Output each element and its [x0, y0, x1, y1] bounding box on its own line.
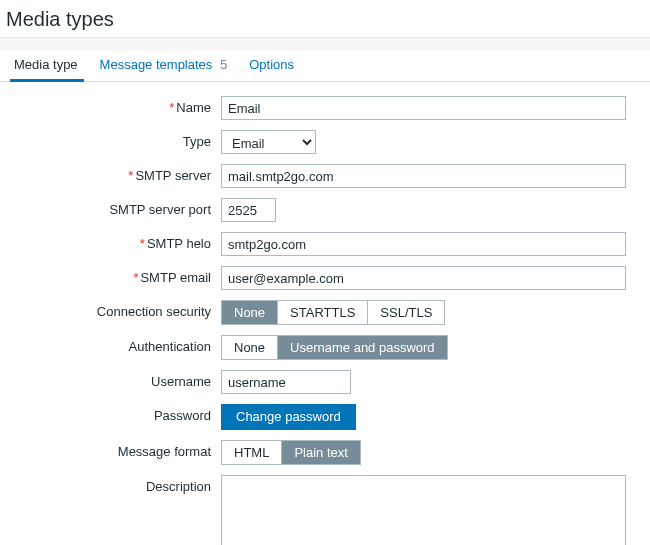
- message-format-segmented: HTML Plain text: [221, 440, 361, 465]
- tab-count: 5: [220, 57, 227, 72]
- label-description: Description: [6, 475, 221, 494]
- tab-label: Options: [249, 57, 294, 72]
- label-authentication: Authentication: [6, 335, 221, 354]
- msgfmt-html[interactable]: HTML: [222, 441, 282, 464]
- label-password: Password: [6, 404, 221, 423]
- tab-label: Media type: [14, 57, 78, 72]
- media-type-page: Media types Media type Message templates…: [0, 0, 650, 545]
- connsec-starttls[interactable]: STARTTLS: [278, 301, 368, 324]
- tab-media-type[interactable]: Media type: [6, 51, 92, 82]
- connsec-none[interactable]: None: [222, 301, 278, 324]
- header-divider: [0, 37, 650, 51]
- username-input[interactable]: [221, 370, 351, 394]
- tab-message-templates[interactable]: Message templates 5: [92, 51, 242, 82]
- name-input[interactable]: [221, 96, 626, 120]
- label-smtp-email: *SMTP email: [6, 266, 221, 285]
- label-username: Username: [6, 370, 221, 389]
- auth-userpass[interactable]: Username and password: [278, 336, 447, 359]
- tab-options[interactable]: Options: [241, 51, 308, 82]
- label-smtp-helo: *SMTP helo: [6, 232, 221, 251]
- connection-security-segmented: None STARTTLS SSL/TLS: [221, 300, 445, 325]
- tab-label: Message templates: [100, 57, 213, 72]
- msgfmt-plain[interactable]: Plain text: [282, 441, 359, 464]
- authentication-segmented: None Username and password: [221, 335, 448, 360]
- tabs: Media type Message templates 5 Options: [0, 51, 650, 82]
- smtp-server-input[interactable]: [221, 164, 626, 188]
- auth-none[interactable]: None: [222, 336, 278, 359]
- smtp-email-input[interactable]: [221, 266, 626, 290]
- smtp-helo-input[interactable]: [221, 232, 626, 256]
- smtp-port-input[interactable]: [221, 198, 276, 222]
- label-smtp-server: *SMTP server: [6, 164, 221, 183]
- connsec-ssltls[interactable]: SSL/TLS: [368, 301, 444, 324]
- label-name: *Name: [6, 96, 221, 115]
- description-textarea[interactable]: [221, 475, 626, 545]
- change-password-button[interactable]: Change password: [221, 404, 356, 430]
- type-select[interactable]: Email: [221, 130, 316, 154]
- label-message-format: Message format: [6, 440, 221, 459]
- page-title: Media types: [0, 0, 650, 37]
- label-smtp-port: SMTP server port: [6, 198, 221, 217]
- label-type: Type: [6, 130, 221, 149]
- label-connection-security: Connection security: [6, 300, 221, 319]
- media-type-form: *Name Type Email *SMTP server SMTP serve…: [0, 82, 650, 545]
